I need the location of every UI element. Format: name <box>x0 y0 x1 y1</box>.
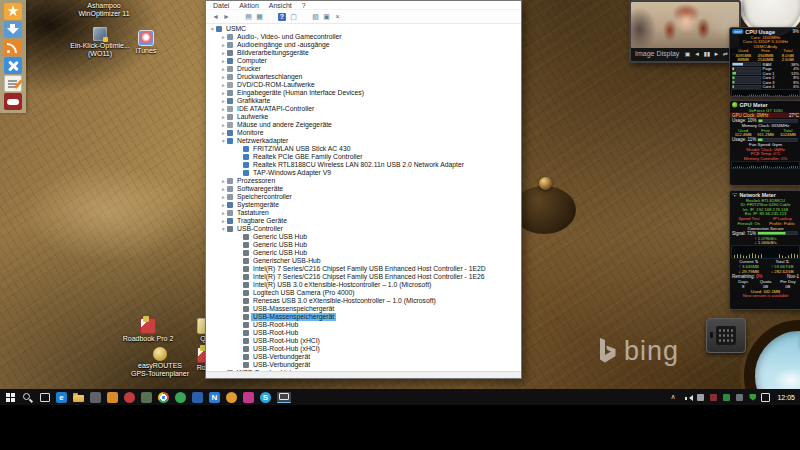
app-icon-blue[interactable] <box>192 392 203 403</box>
tree-item[interactable]: ▸ Mäuse und andere Zeigegeräte <box>206 121 521 129</box>
download-arrow-icon[interactable] <box>4 21 22 38</box>
tree-item[interactable]: ▸ Eingabegeräte (Human Interface Devices… <box>206 89 521 97</box>
tree-item[interactable]: ▸ Grafikkarte <box>206 97 521 105</box>
app-icon-amber[interactable] <box>226 392 237 403</box>
tree-item[interactable]: ▸ Laufwerke <box>206 113 521 121</box>
tree-item[interactable]: FRITZ!WLAN USB Stick AC 430 <box>206 145 521 153</box>
next-icon[interactable]: ► <box>714 49 720 59</box>
expander-icon[interactable]: ▸ <box>220 106 227 112</box>
expander-icon[interactable]: ▸ <box>220 114 227 120</box>
app-icon-n[interactable]: N <box>209 392 220 403</box>
forward-icon[interactable]: ► <box>221 12 232 21</box>
tree-item[interactable]: ▸ Computer <box>206 57 521 65</box>
edge-icon[interactable]: e <box>56 392 67 403</box>
pause-icon[interactable]: ▮▮ <box>703 49 710 59</box>
tray-icon-gray[interactable] <box>696 393 705 402</box>
desktop-icon[interactable]: easyROUTES GPS-Tourenplaner <box>130 347 190 377</box>
frame-icon[interactable]: ▣ <box>685 49 691 59</box>
tree-item[interactable]: ▸ Prozessoren <box>206 177 521 185</box>
uninstall-device-icon[interactable]: × <box>332 12 343 21</box>
tray-icon-red[interactable] <box>709 393 718 402</box>
app-icon-green-gray[interactable] <box>141 392 152 403</box>
task-view-icon[interactable] <box>39 392 50 403</box>
security-shield-icon[interactable] <box>748 393 757 402</box>
favorites-star-icon[interactable] <box>4 3 22 20</box>
expander-icon[interactable]: ▸ <box>220 98 227 104</box>
tree-item[interactable]: Logitech USB Camera (Pro 4000) <box>206 289 521 297</box>
tree-item[interactable]: ▸ Softwaregeräte <box>206 185 521 193</box>
tools-icon[interactable] <box>4 57 22 74</box>
app-icon-orange[interactable] <box>107 392 118 403</box>
expander-icon[interactable]: ▸ <box>220 58 227 64</box>
app-icon-green[interactable] <box>175 392 186 403</box>
properties-icon[interactable]: ▦ <box>254 12 265 21</box>
menu-item[interactable]: ? <box>297 2 311 10</box>
expander-icon[interactable]: ▸ <box>220 218 227 224</box>
app-icon-red[interactable] <box>124 392 135 403</box>
menu-item[interactable]: Ansicht <box>264 2 297 10</box>
desktop-icon[interactable]: Roadbook Pro 2 <box>120 318 176 343</box>
expander-icon[interactable]: ▸ <box>220 34 227 40</box>
tree-item[interactable]: Intel(R) 7 Series/C216 Chipset Family US… <box>206 273 521 281</box>
tree-item[interactable]: USB-Massenspeichergerät <box>206 305 521 313</box>
previous-icon[interactable]: ◄ <box>694 49 700 59</box>
gamepad-icon[interactable] <box>4 93 22 110</box>
expander-icon[interactable]: ▸ <box>220 186 227 192</box>
expander-icon[interactable]: ▸ <box>220 66 227 72</box>
tree-item[interactable]: ▸ IDE ATA/ATAPI-Controller <box>206 105 521 113</box>
keypad-gadget[interactable] <box>706 318 746 353</box>
tree-item[interactable]: ▾ USB-Controller <box>206 225 521 233</box>
store-icon[interactable] <box>90 392 101 403</box>
scan-hardware-icon[interactable]: ▧ <box>310 12 321 21</box>
tree-item[interactable]: Generic USB Hub <box>206 241 521 249</box>
tree-item[interactable]: ▸ Bildverarbeitungsgeräte <box>206 49 521 57</box>
tree-item[interactable]: Generic USB Hub <box>206 233 521 241</box>
start-button[interactable] <box>5 392 16 403</box>
tree-item[interactable]: ▸ Drucker <box>206 65 521 73</box>
menu-item[interactable]: Aktion <box>234 2 263 10</box>
monitor-icon[interactable]: ▢ <box>288 12 299 21</box>
notification-icon[interactable] <box>761 393 770 402</box>
tree-item[interactable]: ▸ Druckwarteschlangen <box>206 73 521 81</box>
tree-item[interactable]: Intel(R) 7 Series/C216 Chipset Family US… <box>206 265 521 273</box>
tree-item[interactable]: ▸ Tragbare Geräte <box>206 217 521 225</box>
desktop-icon[interactable]: Ashampoo WinOptimizer 11 <box>72 2 136 17</box>
tree-item[interactable]: USB-Verbundgerät <box>206 361 521 369</box>
desktop-icon[interactable]: iTunes <box>118 30 174 55</box>
expander-icon[interactable]: ▸ <box>220 178 227 184</box>
tree-item[interactable]: ▸ Tastaturen <box>206 209 521 217</box>
console-tree-icon[interactable]: ▤ <box>243 12 254 21</box>
tree-item[interactable]: USB-Verbundgerät <box>206 353 521 361</box>
expander-icon[interactable]: ▸ <box>220 202 227 208</box>
search-icon[interactable] <box>22 392 33 403</box>
tree-item[interactable]: ▸ Monitore <box>206 129 521 137</box>
expander-icon[interactable]: ▸ <box>220 210 227 216</box>
tree-item[interactable]: ▸ Systemgeräte <box>206 201 521 209</box>
update-notice[interactable]: New version is available <box>730 294 800 299</box>
expander-icon[interactable]: ▸ <box>220 74 227 80</box>
tree-item[interactable]: Renesas USB 3.0 eXtensible-Hostcontrolle… <box>206 297 521 305</box>
expander-icon[interactable]: ▸ <box>220 122 227 128</box>
tree-item[interactable]: USB-Root-Hub (xHCI) <box>206 337 521 345</box>
tree-item[interactable]: Generischer USB-Hub <box>206 257 521 265</box>
expander-icon[interactable]: ▾ <box>209 26 216 32</box>
expander-icon[interactable]: ▾ <box>220 138 227 144</box>
expander-icon[interactable]: ▸ <box>220 194 227 200</box>
tree-item[interactable]: ▾ Netzwerkadapter <box>206 137 521 145</box>
tree-item[interactable]: ▸ Speichercontroller <box>206 193 521 201</box>
shuffle-icon[interactable]: ⇄ <box>723 49 728 59</box>
tree-item[interactable]: Generic USB Hub <box>206 249 521 257</box>
notepad-icon[interactable] <box>4 75 22 92</box>
chrome-icon[interactable] <box>158 392 169 403</box>
tree-item[interactable]: ▾ USMC <box>206 25 521 33</box>
tree-item[interactable]: USB-Massenspeichergerät <box>206 313 521 321</box>
update-driver-icon[interactable]: ▣ <box>321 12 332 21</box>
expander-icon[interactable]: ▸ <box>220 90 227 96</box>
app-icon-magenta[interactable] <box>243 392 254 403</box>
expander-icon[interactable]: ▸ <box>220 42 227 48</box>
expander-icon[interactable]: ▾ <box>220 226 227 232</box>
rss-feed-icon[interactable] <box>4 39 22 56</box>
menu-item[interactable]: Datei <box>208 2 234 10</box>
expander-icon[interactable]: ▸ <box>220 130 227 136</box>
tree-item[interactable]: ▸ DVD/CD-ROM-Laufwerke <box>206 81 521 89</box>
